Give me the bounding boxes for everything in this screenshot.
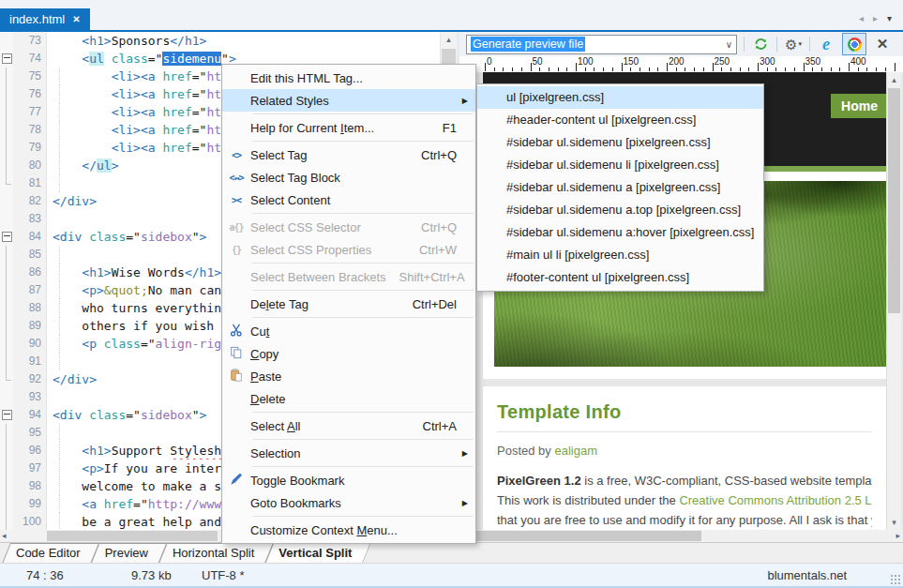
menu-item-paste[interactable]: Paste <box>222 365 475 387</box>
menu-item-select-between-brackets: Select Between BracketsShift+Ctrl+A <box>222 265 475 288</box>
menu-item-copy[interactable]: Copy <box>222 342 475 365</box>
view-tab-preview[interactable]: Preview <box>91 543 167 564</box>
scroll-up-icon[interactable]: ▴ <box>887 72 901 87</box>
preview-vertical-scrollbar[interactable]: ▴ ▾ <box>886 72 901 530</box>
tab-scroll-right-icon[interactable]: ▸ <box>873 13 878 23</box>
preview-link[interactable]: Creative Commons Attribution 2.5 License… <box>679 493 872 507</box>
tab-label: index.html <box>9 12 65 26</box>
submenu-item-css-rule[interactable]: #sidebar ul.sidemenu li [pixelgreen.css] <box>477 154 763 176</box>
menu-item-related-styles[interactable]: Related Styles▶ <box>222 89 475 112</box>
submenu-item-css-rule[interactable]: #sidebar ul.sidemenu a:hover [pixelgreen… <box>477 221 763 244</box>
ruler-tick <box>831 68 832 71</box>
paste-icon <box>222 369 250 384</box>
preview-hscroll-thumb[interactable] <box>476 531 701 541</box>
fold-toggle-icon[interactable] <box>0 228 13 246</box>
toolbar-separator <box>809 37 810 52</box>
menu-item-select-tag[interactable]: <>Select TagCtrl+Q <box>222 143 475 166</box>
scroll-right-icon[interactable]: ▸ <box>895 531 900 541</box>
fold-margin <box>0 121 13 139</box>
editor-hscroll-thumb[interactable] <box>47 531 218 541</box>
submenu-item-css-rule[interactable]: #sidebar ul.sidemenu a.top [pixelgreen.c… <box>477 199 763 221</box>
menu-item-label: Delete <box>250 392 457 406</box>
scroll-up-icon[interactable]: ▴ <box>441 32 457 47</box>
fold-margin <box>0 139 13 157</box>
menu-item-label: Select Tag <box>250 148 408 162</box>
submenu-item-css-rule[interactable]: #header-content ul [pixelgreen.css] <box>477 109 763 131</box>
menu-item-delete-tag[interactable]: Delete TagCtrl+Del <box>222 293 475 315</box>
menu-item-select-tag-block[interactable]: <↔>Select Tag Block <box>222 166 475 188</box>
settings-gear-icon[interactable]: ⚙ ▾ <box>784 34 803 54</box>
toolbar-separator <box>744 37 745 52</box>
menu-item-label: Select CSS Selector <box>250 220 408 234</box>
ruler-tick <box>767 68 768 71</box>
preview-horizontal-scrollbar[interactable]: ◂ ▸ <box>459 530 903 542</box>
submenu-item-css-rule[interactable]: #footer-content ul [pixelgreen.css] <box>477 266 763 289</box>
view-tab-label: Vertical Split <box>264 543 370 560</box>
chrome-browser-icon[interactable] <box>842 33 866 55</box>
menu-shortcut: Ctrl+Del <box>413 297 457 311</box>
submenu-item-css-rule[interactable]: #sidebar ul.sidemenu a [pixelgreen.css] <box>477 176 763 199</box>
menu-item-help-for-current-item[interactable]: Help for Current Item...F1 <box>222 116 475 139</box>
view-tab-horizontal-split[interactable]: Horizontal Split <box>158 543 273 564</box>
menu-item-select-content[interactable]: ><Select Content <box>222 188 475 211</box>
window-resize-grip[interactable] <box>890 574 900 584</box>
home-nav-button[interactable]: Home <box>831 94 888 118</box>
fold-margin <box>0 85 13 103</box>
fold-margin <box>0 477 13 495</box>
file-size: 9.73 kb <box>131 568 172 582</box>
submenu-item-css-rule[interactable]: #sidebar ul.sidemenu [pixelgreen.css] <box>477 131 763 154</box>
menu-item-select-css-selector: a{}Select CSS SelectorCtrl+Q <box>222 216 475 238</box>
author-link[interactable]: ealigam <box>554 444 597 458</box>
close-preview-icon[interactable]: ✕ <box>873 34 892 54</box>
toolbar-separator <box>776 37 777 52</box>
ruler-tick <box>657 68 658 71</box>
ruler-label: 400 <box>850 56 866 67</box>
fold-toggle-icon[interactable] <box>0 50 13 68</box>
menu-item-selection[interactable]: Selection▶ <box>222 442 475 464</box>
ruler-tick <box>576 63 577 71</box>
ruler-label: 250 <box>715 56 730 67</box>
css-properties-icon: {} <box>222 245 250 255</box>
ruler-tick <box>839 68 840 71</box>
tab-scroll-left-icon[interactable]: ◂ <box>859 13 864 23</box>
menu-item-label: Select Between Brackets <box>250 270 386 284</box>
menu-item-select-css-properties: {}Select CSS PropertiesCtrl+W <box>222 238 475 261</box>
scroll-down-icon[interactable]: ▾ <box>887 516 901 530</box>
preview-source-combobox[interactable]: Generate preview file ∨ <box>466 35 737 54</box>
fold-margin <box>0 174 13 192</box>
line-number: 80 <box>13 157 47 174</box>
line-number: 91 <box>13 353 47 370</box>
menu-item-delete[interactable]: Delete <box>222 387 475 410</box>
menu-item-label: Toggle Bookmark <box>250 474 457 488</box>
menu-item-edit-this-html-tag[interactable]: Edit this HTML Tag... <box>222 67 475 89</box>
related-styles-submenu: ul [pixelgreen.css]#header-content ul [p… <box>476 83 764 292</box>
menu-item-cut[interactable]: Cut <box>222 320 475 342</box>
view-mode-tabs: Code EditorPreviewHorizontal SplitVertic… <box>0 542 903 563</box>
submenu-item-css-rule[interactable]: #main ul li [pixelgreen.css] <box>477 244 763 266</box>
document-tab-bar: index.html ✕ ◂ ▸ ▾ <box>0 0 903 32</box>
ie-browser-icon[interactable]: e <box>817 34 835 54</box>
close-tab-icon[interactable]: ✕ <box>72 14 80 24</box>
preview-vscroll-thumb[interactable] <box>888 88 900 313</box>
line-number: 82 <box>13 192 47 210</box>
ruler-tick <box>740 68 741 71</box>
fold-toggle-icon[interactable] <box>0 406 13 424</box>
tab-index-html[interactable]: index.html ✕ <box>0 8 90 30</box>
menu-item-toggle-bookmark[interactable]: Toggle Bookmark <box>222 469 475 491</box>
menu-item-select-all[interactable]: Select AllCtrl+A <box>222 415 475 437</box>
combobox-dropdown-icon[interactable]: ∨ <box>726 39 732 50</box>
submenu-item-css-rule[interactable]: ul [pixelgreen.css] <box>477 86 763 109</box>
ruler-label: 100 <box>578 56 594 67</box>
code-line[interactable]: 73 <h1>Sponsors</h1> <box>0 32 441 50</box>
refresh-icon[interactable] <box>751 34 770 54</box>
view-tab-vertical-split[interactable]: Vertical Split <box>264 543 370 564</box>
ruler-label: 300 <box>760 56 775 67</box>
fold-margin <box>0 460 13 477</box>
menu-shortcut: Ctrl+Q <box>421 220 457 234</box>
scroll-left-icon[interactable]: ◂ <box>2 531 7 541</box>
view-tab-code-editor[interactable]: Code Editor <box>2 543 99 564</box>
menu-item-goto-bookmarks[interactable]: Goto Bookmarks▶ <box>222 491 475 514</box>
section-divider <box>483 379 886 386</box>
menu-item-customize-context-menu[interactable]: Customize Context Menu... <box>222 519 475 541</box>
tab-list-dropdown-icon[interactable]: ▾ <box>887 13 892 23</box>
